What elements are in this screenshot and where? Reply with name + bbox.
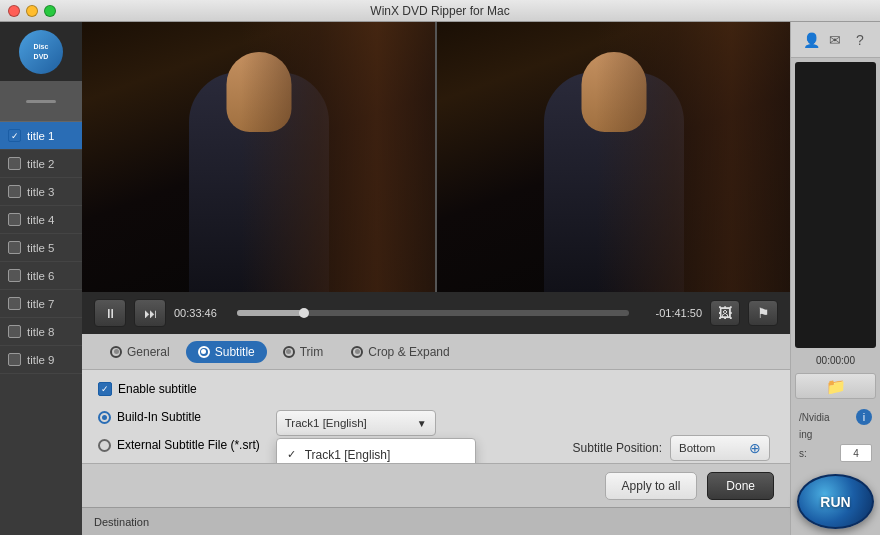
title1-checkbox[interactable] — [8, 129, 21, 142]
sidebar-blank-area — [0, 82, 82, 122]
title4-checkbox[interactable] — [8, 213, 21, 226]
sidebar-item-title5[interactable]: title 5 — [0, 234, 82, 262]
subtitle-radio-options: Build-In Subtitle External Subtitle File… — [98, 410, 260, 452]
title9-checkbox[interactable] — [8, 353, 21, 366]
done-button[interactable]: Done — [707, 472, 774, 500]
progress-bar[interactable] — [237, 310, 629, 316]
buildin-radio[interactable] — [98, 411, 111, 424]
title7-checkbox[interactable] — [8, 297, 21, 310]
buildin-label: Build-In Subtitle — [117, 410, 201, 424]
run-button[interactable]: RUN — [797, 474, 874, 529]
title4-label: title 4 — [27, 214, 55, 226]
movie-scene-left — [82, 22, 435, 292]
title1-label: title 1 — [27, 130, 55, 142]
title2-label: title 2 — [27, 158, 55, 170]
track-selected-label: Track1 [English] — [285, 417, 367, 429]
sidebar-item-title8[interactable]: title 8 — [0, 318, 82, 346]
sidebar-item-title2[interactable]: title 2 — [0, 150, 82, 178]
buildin-subtitle-option[interactable]: Build-In Subtitle — [98, 410, 260, 424]
position-value: Bottom — [679, 442, 715, 454]
track-dropdown-menu[interactable]: Track1 [English] Track2 [French] Track3 … — [276, 438, 476, 463]
destination-label: Destination — [94, 516, 149, 528]
enable-subtitle-checkbox[interactable] — [98, 382, 112, 396]
right-folder-button[interactable]: 📁 — [795, 373, 876, 399]
tab-crop-radio — [351, 346, 363, 358]
title6-label: title 6 — [27, 270, 55, 282]
external-subtitle-option[interactable]: External Subtitle File (*.srt) — [98, 438, 260, 452]
sidebar-item-title3[interactable]: title 3 — [0, 178, 82, 206]
screenshot-button[interactable]: 🖼 — [710, 300, 740, 326]
mail-icon[interactable]: ✉ — [823, 28, 847, 52]
position-select-arrow-icon: ⊕ — [749, 440, 761, 456]
title7-label: title 7 — [27, 298, 55, 310]
subtitle-track-area: Track1 [English] ▼ Track1 [English] Trac… — [276, 410, 484, 463]
enable-subtitle-row: Enable subtitle — [98, 382, 774, 396]
sidebar-item-title1[interactable]: title 1 — [0, 122, 82, 150]
track-item-1[interactable]: Track1 [English] — [277, 443, 475, 463]
title6-checkbox[interactable] — [8, 269, 21, 282]
progress-thumb[interactable] — [299, 308, 309, 318]
main-layout: DiscDVD title 1 title 2 title 3 title 4 — [0, 22, 880, 535]
pause-button[interactable]: ⏸ — [94, 299, 126, 327]
right-controls: /Nvidia i ing s: 4 — [791, 403, 880, 468]
flag-button[interactable]: ⚑ — [748, 300, 778, 326]
tab-general[interactable]: General — [98, 341, 182, 363]
tab-crop-expand[interactable]: Crop & Expand — [339, 341, 461, 363]
tab-subtitle[interactable]: Subtitle — [186, 341, 267, 363]
external-label: External Subtitle File (*.srt) — [117, 438, 260, 452]
current-time: 00:33:46 — [174, 307, 229, 319]
position-label: Subtitle Position: — [573, 441, 662, 455]
tab-trim[interactable]: Trim — [271, 341, 336, 363]
sidebar-item-title7[interactable]: title 7 — [0, 290, 82, 318]
nvidia-label: /Nvidia — [799, 412, 830, 423]
num-row: s: 4 — [795, 442, 876, 464]
ing-row: ing — [795, 427, 876, 442]
num-select[interactable]: 4 — [840, 444, 872, 462]
title3-label: title 3 — [27, 186, 55, 198]
title3-checkbox[interactable] — [8, 185, 21, 198]
track-dropdown-trigger[interactable]: Track1 [English] ▼ — [276, 410, 436, 436]
help-icon[interactable]: ? — [848, 28, 872, 52]
progress-fill — [237, 310, 304, 316]
title2-checkbox[interactable] — [8, 157, 21, 170]
logo-icon: DiscDVD — [19, 30, 63, 74]
tab-trim-label: Trim — [300, 345, 324, 359]
dropdown-arrow-icon: ▼ — [417, 418, 427, 429]
app-title: WinX DVD Ripper for Mac — [370, 4, 509, 18]
close-button[interactable] — [8, 5, 20, 17]
right-time-display: 00:00:00 — [791, 352, 880, 369]
maximize-button[interactable] — [44, 5, 56, 17]
tab-subtitle-label: Subtitle — [215, 345, 255, 359]
sidebar-blank-bar — [26, 100, 56, 103]
position-select[interactable]: Bottom ⊕ — [670, 435, 770, 461]
subtitle-position-row: Subtitle Position: Bottom ⊕ — [573, 435, 770, 461]
right-video-preview — [795, 62, 876, 348]
sidebar-item-title9[interactable]: title 9 — [0, 346, 82, 374]
info-icon[interactable]: i — [856, 409, 872, 425]
action-row: Apply to all Done — [82, 463, 790, 507]
person-icon[interactable]: 👤 — [799, 28, 823, 52]
forward-button[interactable]: ⏭ — [134, 299, 166, 327]
video-panel-after — [437, 22, 790, 292]
external-radio[interactable] — [98, 439, 111, 452]
center-content: ⏸ ⏭ 00:33:46 -01:41:50 🖼 ⚑ General Subti… — [82, 22, 790, 535]
end-time: -01:41:50 — [637, 307, 702, 319]
tab-subtitle-radio — [198, 346, 210, 358]
enable-subtitle-label: Enable subtitle — [118, 382, 197, 396]
destination-bar: Destination — [82, 507, 790, 535]
sidebar: DiscDVD title 1 title 2 title 3 title 4 — [0, 22, 82, 535]
minimize-button[interactable] — [26, 5, 38, 17]
right-sidebar: 👤 ✉ ? 00:00:00 📁 /Nvidia i ing s: 4 RUN — [790, 22, 880, 535]
apply-all-button[interactable]: Apply to all — [605, 472, 698, 500]
titlebar: WinX DVD Ripper for Mac — [0, 0, 880, 22]
title5-checkbox[interactable] — [8, 241, 21, 254]
window-controls[interactable] — [8, 5, 56, 17]
light-effect-left — [241, 22, 435, 292]
sidebar-item-title4[interactable]: title 4 — [0, 206, 82, 234]
tab-general-label: General — [127, 345, 170, 359]
subtitle-panel: Enable subtitle Build-In Subtitle Extern… — [82, 370, 790, 463]
tab-bar: General Subtitle Trim Crop & Expand — [82, 334, 790, 370]
sidebar-item-title6[interactable]: title 6 — [0, 262, 82, 290]
playback-controls: ⏸ ⏭ 00:33:46 -01:41:50 🖼 ⚑ — [82, 292, 790, 334]
title8-checkbox[interactable] — [8, 325, 21, 338]
